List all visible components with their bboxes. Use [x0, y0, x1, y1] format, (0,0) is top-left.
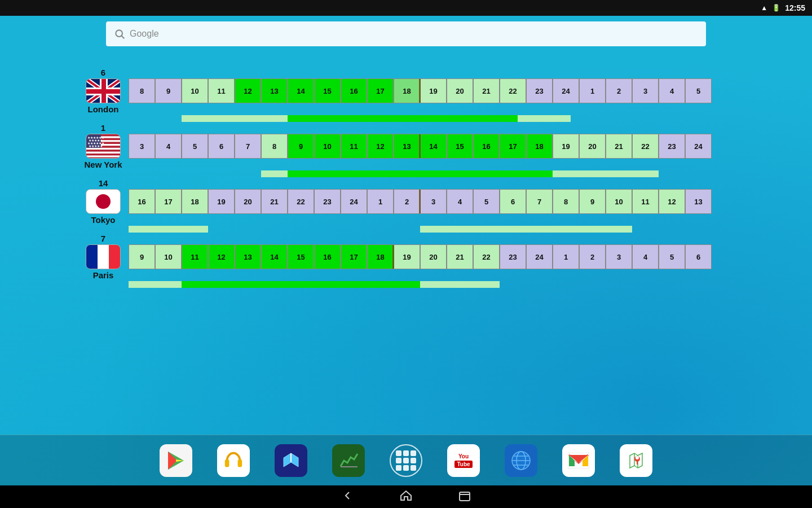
hour-cell: 22: [288, 189, 314, 214]
clock: 12:55: [785, 3, 805, 12]
hour-cell: 3: [632, 78, 659, 103]
london-row: 6: [78, 68, 801, 114]
hour-cell: 23: [659, 134, 685, 159]
hour-cell: 3: [420, 189, 447, 214]
hour-cell: 4: [447, 189, 473, 214]
hour-cell: 21: [261, 189, 288, 214]
svg-point-43: [636, 456, 639, 459]
dock-item-gmail[interactable]: [558, 440, 599, 481]
hour-cell: 11: [341, 134, 367, 159]
svg-rect-21: [86, 154, 121, 155]
dock-item-youtube[interactable]: You Tube: [443, 440, 484, 481]
hour-cell: 20: [447, 78, 473, 103]
london-band: [78, 115, 801, 122]
hour-cell: 7: [235, 134, 261, 159]
finance-icon: [332, 444, 365, 477]
hour-cell: 2: [606, 78, 632, 103]
newyork-row: 1: [78, 123, 801, 169]
hour-cell-current: 13: [394, 134, 420, 159]
hour-cell: 22: [473, 244, 500, 269]
hour-cell: 19: [394, 244, 420, 269]
fr-flag: [86, 244, 121, 269]
hour-cell: 20: [579, 134, 606, 159]
london-start-num: 6: [101, 68, 105, 77]
hour-cell-current: 18: [394, 78, 420, 103]
signal-icon: ▲: [761, 4, 767, 12]
hour-cell: 9: [579, 189, 606, 214]
hour-cell: 5: [473, 189, 500, 214]
svg-rect-30: [238, 459, 242, 467]
status-bar: ▲ 🔋 12:55: [0, 0, 812, 16]
newyork-hours: 3 4 5 6 7 8 9 10 11 12 13 14 15 16 17 18…: [129, 134, 801, 159]
svg-line-1: [122, 36, 125, 39]
svg-rect-18: [86, 148, 121, 150]
hour-cell: 17: [367, 78, 394, 103]
hour-cell: 24: [526, 244, 553, 269]
dock-item-maps[interactable]: [616, 440, 656, 481]
hour-cell: 14: [288, 78, 314, 103]
hour-cell: 4: [659, 78, 685, 103]
dock-item-kiwix[interactable]: [271, 440, 311, 481]
dock-item-finance[interactable]: [328, 440, 369, 481]
hour-cell: 24: [341, 189, 367, 214]
dock-item-apps[interactable]: [386, 440, 426, 481]
back-button[interactable]: [341, 489, 354, 505]
svg-rect-19: [86, 150, 121, 151]
hour-cell: 10: [182, 78, 208, 103]
hour-cell: 17: [500, 134, 526, 159]
hour-cell: 13: [685, 189, 712, 214]
svg-rect-22: [86, 155, 121, 157]
hour-cell: 8: [129, 78, 155, 103]
hour-cell: 16: [314, 244, 341, 269]
hour-cell-current: 2: [394, 189, 420, 214]
hour-cell: 15: [288, 244, 314, 269]
paris-band: [78, 281, 801, 288]
london-label: London: [88, 104, 119, 114]
us-flag: ★★★★★★ ★★★★★ ★★★★★★ ★★★★★: [86, 134, 121, 159]
hour-cell: 11: [208, 78, 235, 103]
search-bar[interactable]: Google: [106, 21, 706, 46]
search-icon: [114, 28, 125, 40]
maps-icon: [620, 444, 652, 477]
hour-cell-current: 18: [367, 244, 394, 269]
play-store-icon: [160, 444, 192, 477]
dock-item-browser[interactable]: [501, 440, 541, 481]
svg-rect-23: [86, 157, 121, 159]
svg-rect-10: [86, 89, 121, 94]
youtube-icon: You Tube: [447, 444, 480, 477]
browser-icon: [505, 444, 537, 477]
hour-cell: 19: [208, 189, 235, 214]
hour-cell: 21: [606, 134, 632, 159]
hour-cell: 22: [500, 78, 526, 103]
hour-cell: 18: [182, 189, 208, 214]
hour-cell: 19: [420, 78, 447, 103]
hour-cell: 10: [155, 244, 182, 269]
hour-cell: 16: [473, 134, 500, 159]
hour-cell: 4: [155, 134, 182, 159]
hour-cell: 1: [367, 189, 394, 214]
svg-point-0: [116, 30, 122, 37]
paris-row: 7 Paris 9 10 11 12 13 14 15 16 17 18 19: [78, 234, 801, 280]
newyork-label: New York: [85, 160, 122, 169]
search-placeholder: Google: [130, 29, 159, 39]
hour-cell: 12: [367, 134, 394, 159]
newyork-start-num: 1: [101, 123, 105, 133]
hour-cell: 9: [288, 134, 314, 159]
svg-rect-29: [225, 459, 230, 467]
hour-cell: 21: [447, 244, 473, 269]
hour-cell: 10: [314, 134, 341, 159]
hour-cell: 6: [500, 189, 526, 214]
dock-item-play-store[interactable]: [156, 440, 196, 481]
dock-item-headphones[interactable]: [213, 440, 254, 481]
hour-cell: 7: [526, 189, 553, 214]
home-button[interactable]: [399, 489, 413, 505]
gmail-icon: [562, 444, 595, 477]
hour-cell: 24: [685, 134, 712, 159]
clock-widget: 6: [78, 68, 801, 288]
hour-cell: 12: [235, 78, 261, 103]
hour-cell: 4: [632, 244, 659, 269]
hour-cell: 6: [685, 244, 712, 269]
recent-button[interactable]: [458, 489, 471, 505]
hour-cell: 3: [129, 134, 155, 159]
london-hours: 8 9 10 11 12 13 14 15 16 17 18 19 20 21 …: [129, 78, 801, 103]
